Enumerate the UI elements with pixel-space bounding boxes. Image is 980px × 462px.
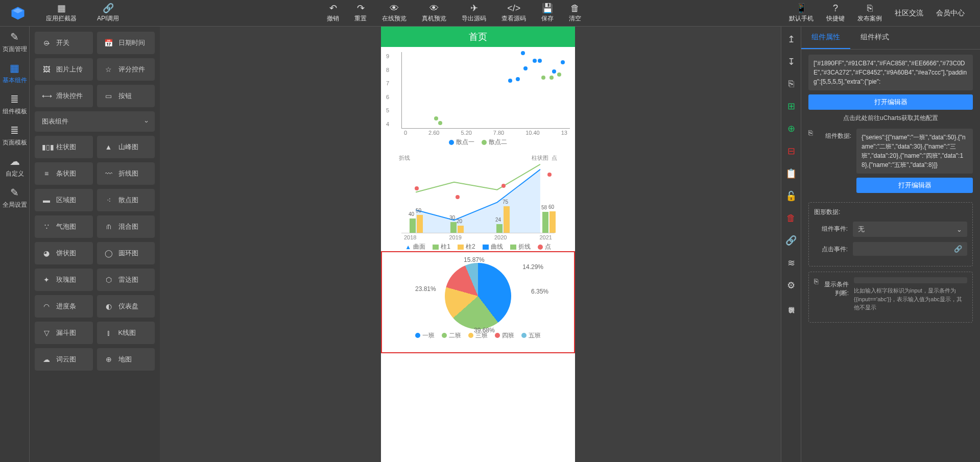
scatter-chart[interactable]: 456789 02.605.207.8010.4013 散点一 散点二 — [381, 47, 575, 149]
chart-component-item[interactable]: 〰折线图 — [97, 162, 155, 185]
component-item[interactable]: ⊙̶开关 — [35, 32, 93, 54]
grid-icon: ▦ — [10, 62, 19, 74]
rail-page-template[interactable]: ≣页面模板 — [0, 120, 29, 151]
eye-icon: 👁 — [389, 3, 399, 13]
chart-icon: ∵ — [42, 223, 51, 231]
chart-component-item[interactable]: ⁖散点图 — [97, 189, 155, 211]
chart-component-item[interactable]: ⫙混合图 — [97, 215, 155, 238]
data-textarea[interactable]: {"series":[{"name":"一班","data":50},{"nam… — [856, 129, 973, 174]
component-item[interactable]: ⟷滑块控件 — [35, 85, 93, 107]
tab-styles[interactable]: 组件样式 — [850, 27, 899, 49]
chart-component-item[interactable]: ▽漏斗图 — [35, 322, 93, 344]
chart-component-item[interactable]: ⬡雷达图 — [97, 269, 155, 291]
undo-icon: ↶ — [328, 3, 338, 13]
chart-icon: ▬ — [42, 196, 51, 204]
copy-icon[interactable]: ⎘ — [814, 277, 818, 285]
config-textarea[interactable]: ["#1890FF","#91CB74","#FAC858","#EE6666"… — [808, 55, 973, 90]
component-label: 地图 — [118, 355, 132, 364]
save-button[interactable]: 💾保存 — [541, 3, 554, 23]
condition-input[interactable] — [854, 277, 967, 283]
move-up-icon[interactable]: ↥ — [787, 34, 795, 45]
mixed-chart[interactable]: 折线柱状图 点 4030245850207560 201820192020202… — [381, 149, 575, 251]
view-code-button[interactable]: </>查看源码 — [501, 3, 526, 23]
chart-icon: ≡ — [42, 169, 51, 178]
component-panel: ⊙̶开关📅日期时间🖼图片上传☆评分控件⟷滑块控件▭按钮 图表组件› ▮▯▮柱状图… — [30, 27, 160, 462]
code-icon: </> — [509, 3, 519, 13]
redo-icon: ↷ — [355, 3, 366, 13]
chart-component-item[interactable]: ▬区域图 — [35, 189, 93, 211]
component-label: 评分控件 — [118, 65, 145, 74]
preview-online-button[interactable]: 👁在线预览 — [382, 3, 407, 23]
chart-component-item[interactable]: ▲山峰图 — [97, 136, 155, 158]
link-icon[interactable]: 🔗 — [785, 235, 797, 246]
chart-icon: ✦ — [42, 276, 51, 284]
component-item[interactable]: ☆评分控件 — [97, 58, 155, 81]
chart-section-header[interactable]: 图表组件› — [35, 111, 155, 132]
plugin-icon[interactable]: ⊞ — [787, 101, 795, 112]
copy-icon[interactable]: ⎘ — [808, 129, 812, 137]
chart-component-item[interactable]: ⊕地图 — [97, 348, 155, 371]
component-item[interactable]: 📅日期时间 — [97, 32, 155, 54]
phone-frame: 首页 456789 02.605.207.8010.4013 散点一 散点二 折… — [381, 27, 575, 462]
preview-device-button[interactable]: 👁真机预览 — [422, 3, 446, 23]
open-editor-button[interactable]: 打开编辑器 — [808, 94, 973, 110]
publish-button[interactable]: ⎘发布案例 — [857, 3, 882, 23]
phone-icon: 📱 — [796, 3, 806, 13]
pie-chart[interactable]: 15.87% 14.29% 6.35% 23.81% 39.68% 一班二班三班… — [381, 251, 575, 353]
export-code-button[interactable]: ✈导出源码 — [462, 3, 486, 23]
save-icon: 💾 — [542, 3, 553, 13]
app-blocker-button[interactable]: ▦应用拦截器 — [46, 3, 77, 23]
event-select[interactable]: 无⌄ — [853, 222, 967, 237]
rail-component-template[interactable]: ≣组件模板 — [0, 89, 29, 120]
chart-component-item[interactable]: ◯圆环图 — [97, 242, 155, 264]
open-editor-button-2[interactable]: 打开编辑器 — [856, 178, 973, 193]
delete-icon[interactable]: 🗑 — [786, 213, 796, 224]
undo-button[interactable]: ↶撤销 — [327, 3, 339, 23]
rail-page-manage[interactable]: ✎页面管理 — [0, 27, 29, 58]
community-link[interactable]: 社区交流 — [895, 3, 923, 23]
member-link[interactable]: 会员中心 — [936, 3, 965, 23]
chart-component-item[interactable]: ∵气泡图 — [35, 215, 93, 238]
default-phone-button[interactable]: 📱默认手机 — [789, 3, 814, 23]
component-icon: ▭ — [104, 92, 113, 100]
publish-icon: ⎘ — [865, 3, 875, 13]
pen-icon: ✎ — [10, 186, 19, 199]
chart-component-item[interactable]: ◠进度条 — [35, 295, 93, 318]
chart-component-item[interactable]: ▮▯▮柱状图 — [35, 136, 93, 158]
chart-icon: ◠ — [42, 302, 51, 310]
paste-icon[interactable]: 📋 — [785, 168, 797, 179]
component-label: 雷达图 — [118, 275, 138, 284]
lock-icon[interactable]: 🔓 — [785, 190, 797, 202]
copy-icon[interactable]: ⎘ — [788, 79, 794, 89]
settings-icon[interactable]: ⚙ — [787, 280, 795, 291]
redo-button[interactable]: ↷重置 — [354, 3, 367, 23]
rail-global-settings[interactable]: ✎全局设置 — [0, 182, 29, 213]
component-item[interactable]: ▭按钮 — [97, 85, 155, 107]
chart-component-item[interactable]: ☁词云图 — [35, 348, 93, 371]
component-label: 混合图 — [118, 222, 138, 231]
click-event-input[interactable]: 🔗 — [853, 242, 967, 256]
move-down-icon[interactable]: ↧ — [787, 56, 795, 67]
config-hint[interactable]: 点击此处前往uCharts获取其他配置 — [808, 114, 973, 123]
remove-icon[interactable]: ⊟ — [787, 145, 795, 157]
chart-component-item[interactable]: ✦玫瑰图 — [35, 269, 93, 291]
component-label: 折线图 — [118, 169, 138, 178]
shortcut-button[interactable]: ?快捷键 — [826, 3, 845, 23]
rail-custom[interactable]: ☁自定义 — [0, 151, 29, 182]
chart-icon: 〰 — [104, 169, 113, 178]
layers-icon[interactable]: ≋ — [787, 257, 795, 269]
canvas: 首页 456789 02.605.207.8010.4013 散点一 散点二 折… — [160, 27, 796, 462]
chart-component-item[interactable]: ⫿K线图 — [97, 322, 155, 344]
tab-attributes[interactable]: 组件属性 — [801, 27, 850, 49]
rail-basic-components[interactable]: ▦基本组件 — [0, 58, 29, 89]
pie-graphic — [445, 263, 511, 329]
component-item[interactable]: 🖼图片上传 — [35, 58, 93, 81]
api-call-button[interactable]: 🔗API调用 — [97, 3, 119, 23]
data-label: 组件数据: — [818, 129, 851, 140]
add-icon[interactable]: ⊕ — [787, 123, 795, 134]
chart-icon: ⫙ — [104, 223, 113, 231]
chart-component-item[interactable]: ◕饼状图 — [35, 242, 93, 264]
clear-button[interactable]: 🗑清空 — [569, 3, 581, 23]
chart-component-item[interactable]: ≡条状图 — [35, 162, 93, 185]
chart-component-item[interactable]: ◐仪表盘 — [97, 295, 155, 318]
